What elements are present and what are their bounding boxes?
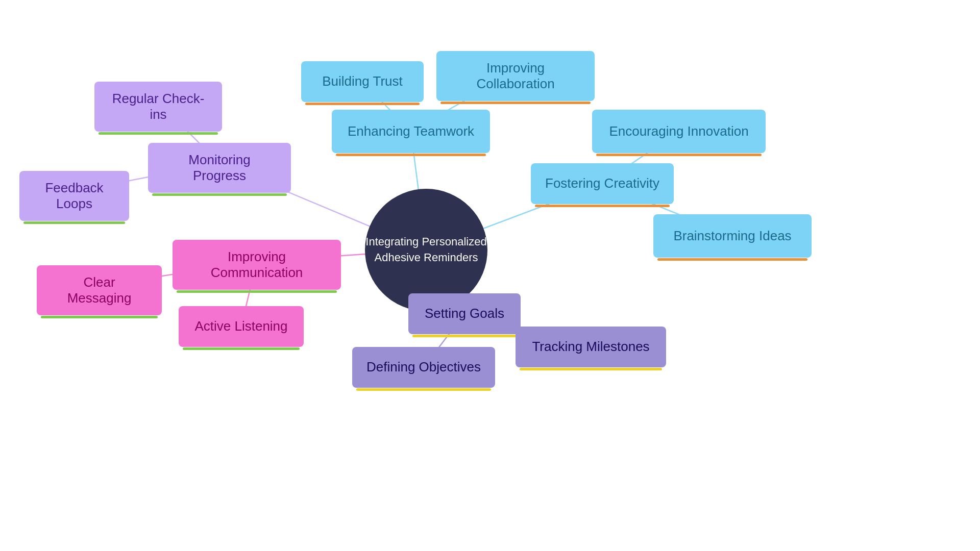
active-listening-node: Active Listening [179,306,304,347]
improving-collaboration-node: Improving Collaboration [436,51,595,101]
center-node: Integrating Personalized Adhesive Remind… [365,189,487,311]
brainstorming-ideas-node: Brainstorming Ideas [653,214,812,258]
setting-goals-node: Setting Goals [408,293,521,334]
building-trust-node: Building Trust [301,61,424,102]
defining-objectives-node: Defining Objectives [352,347,495,388]
enhancing-teamwork-node: Enhancing Teamwork [332,110,490,153]
tracking-milestones-node: Tracking Milestones [516,327,666,367]
mind-map-canvas: Integrating Personalized Adhesive Remind… [0,0,980,551]
clear-messaging-node: Clear Messaging [37,265,162,315]
regular-checkins-node: Regular Check-ins [94,82,222,132]
encouraging-innovation-node: Encouraging Innovation [592,110,766,153]
feedback-loops-node: Feedback Loops [19,171,129,221]
fostering-creativity-node: Fostering Creativity [531,163,674,204]
monitoring-progress-node: Monitoring Progress [148,143,291,193]
improving-communication-node: Improving Communication [173,240,341,290]
